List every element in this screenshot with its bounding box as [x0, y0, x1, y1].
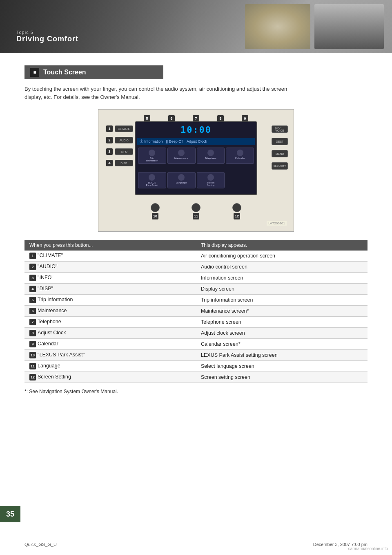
- table-cell-display: Trip information screen: [196, 295, 368, 306]
- table-col2-header: This display appears.: [196, 240, 368, 251]
- screen-lexus-assist[interactable]: LEXUSPark Assist: [138, 172, 166, 188]
- touch-screen-diagram: 5 6 7 8 9: [98, 109, 294, 232]
- bottom-btn-11: 11: [192, 203, 200, 219]
- screen-info-bar: ⓘ Information || Beep Off Adjust Clock: [137, 138, 255, 145]
- screen-row-1: Tripinformation Maintenance Telephone Ca…: [137, 147, 255, 165]
- section-title: Touch Screen: [43, 69, 86, 76]
- right-btn-security: SECURITY: [272, 162, 288, 170]
- table-row: 8Adjust ClockAdjust clock screen: [24, 328, 368, 339]
- table-cell-display: Maintenance screen*: [196, 306, 368, 317]
- table-cell-display: Calendar screen*: [196, 339, 368, 350]
- screen-empty: [226, 172, 254, 188]
- left-btn-2: 2 AUDIO: [106, 137, 133, 143]
- footnote: *: See Navigation System Owner's Manual.: [24, 389, 368, 394]
- table-row: 4"DISP"Display screen: [24, 284, 368, 295]
- section-intro: By touching the screen with your finger,…: [24, 85, 302, 101]
- table-cell-button: 5Trip information: [24, 295, 196, 306]
- table-cell-display: Air conditioning operation screen: [196, 251, 368, 262]
- table-row: 2"AUDIO"Audio control screen: [24, 262, 368, 273]
- table-cell-button: 3"INFO": [24, 273, 196, 284]
- table-cell-display: Display screen: [196, 284, 368, 295]
- car-interior-image: [245, 4, 310, 49]
- table-cell-display: Telephone screen: [196, 317, 368, 328]
- header-title: Driving Comfort: [16, 35, 78, 43]
- footer-left: Quick_GS_G_U: [24, 542, 57, 547]
- table-row: 7TelephoneTelephone screen: [24, 317, 368, 328]
- touchscreen-display: 10:00 ⓘ Information || Beep Off Adjust C…: [135, 121, 257, 195]
- bottom-btn-10: 10: [151, 203, 160, 219]
- table-row: 10"LEXUS Park Assist"LEXUS Park Assist s…: [24, 350, 368, 361]
- right-btn-dest: DEST: [272, 138, 288, 145]
- page-number: 35: [0, 506, 20, 522]
- header-topic: Topic 5: [16, 30, 78, 35]
- table-row: 9CalendarCalendar screen*: [24, 339, 368, 350]
- footer: Quick_GS_G_U December 3, 2007 7:00 pm: [24, 542, 368, 547]
- table-row: 5Trip informationTrip information screen: [24, 295, 368, 306]
- watermark: carmanualsonline.info: [348, 546, 388, 551]
- screen-language[interactable]: Language: [167, 172, 196, 188]
- screen-telephone[interactable]: Telephone: [197, 148, 225, 164]
- screen-time: 10:00: [180, 125, 212, 135]
- left-buttons-col: 1 CLIMATE 2 AUDIO 3 INFO 4 DISP: [106, 125, 133, 166]
- table-cell-button: 8Adjust Clock: [24, 328, 196, 339]
- table-row: 6MaintenanceMaintenance screen*: [24, 306, 368, 317]
- car-exterior-image: [314, 4, 384, 49]
- bottom-buttons-row: 10 11 12: [135, 203, 257, 219]
- table-col1-header: When you press this button...: [24, 240, 196, 251]
- table-cell-button: 4"DISP": [24, 284, 196, 295]
- table-cell-button: 10"LEXUS Park Assist": [24, 350, 196, 361]
- table-cell-button: 12Screen Setting: [24, 372, 196, 383]
- right-buttons-col: MAPVOICE DEST MENU SECURITY: [272, 125, 288, 170]
- table-cell-button: 11Language: [24, 361, 196, 372]
- table-cell-display: Select language screen: [196, 361, 368, 372]
- table-row: 12Screen SettingScreen setting screen: [24, 372, 368, 383]
- table-cell-button: 2"AUDIO": [24, 262, 196, 273]
- left-btn-3: 3 INFO: [106, 148, 133, 155]
- header-banner: Topic 5 Driving Comfort: [0, 0, 392, 53]
- header-cars: [188, 0, 392, 53]
- main-content: ■ Touch Screen By touching the screen wi…: [0, 53, 392, 407]
- screen-setting[interactable]: ScreenSetting: [197, 172, 225, 188]
- button-display-table: When you press this button... This displ…: [24, 240, 368, 383]
- table-cell-button: 7Telephone: [24, 317, 196, 328]
- table-cell-display: Information screen: [196, 273, 368, 284]
- table-cell-button: 1"CLIMATE": [24, 251, 196, 262]
- right-btn-mapvoice: MAPVOICE: [272, 125, 288, 133]
- table-row: 3"INFO"Information screen: [24, 273, 368, 284]
- table-cell-display: LEXUS Park Assist setting screen: [196, 350, 368, 361]
- right-btn-menu: MENU: [272, 150, 288, 157]
- section-heading: ■ Touch Screen: [24, 65, 163, 79]
- table-row: 1"CLIMATE"Air conditioning operation scr…: [24, 251, 368, 262]
- left-btn-4: 4 DISP: [106, 160, 133, 166]
- bottom-btn-12: 12: [232, 203, 241, 219]
- screen-maintenance[interactable]: Maintenance: [167, 148, 196, 164]
- table-cell-display: Audio control screen: [196, 262, 368, 273]
- screen-trip-info[interactable]: Tripinformation: [138, 148, 166, 164]
- diagram-inner: 5 6 7 8 9: [102, 113, 290, 228]
- table-cell-button: 9Calendar: [24, 339, 196, 350]
- screen-calendar[interactable]: Calendar: [226, 148, 254, 164]
- diagram-reference: LVT200301: [267, 221, 287, 226]
- table-row: 11LanguageSelect language screen: [24, 361, 368, 372]
- table-cell-display: Screen setting screen: [196, 372, 368, 383]
- header-text: Topic 5 Driving Comfort: [0, 30, 78, 49]
- table-cell-display: Adjust clock screen: [196, 328, 368, 339]
- table-cell-button: 6Maintenance: [24, 306, 196, 317]
- section-icon: ■: [30, 68, 39, 77]
- left-btn-1: 1 CLIMATE: [106, 125, 133, 132]
- screen-row-2: LEXUSPark Assist Language ScreenSetting: [137, 171, 255, 189]
